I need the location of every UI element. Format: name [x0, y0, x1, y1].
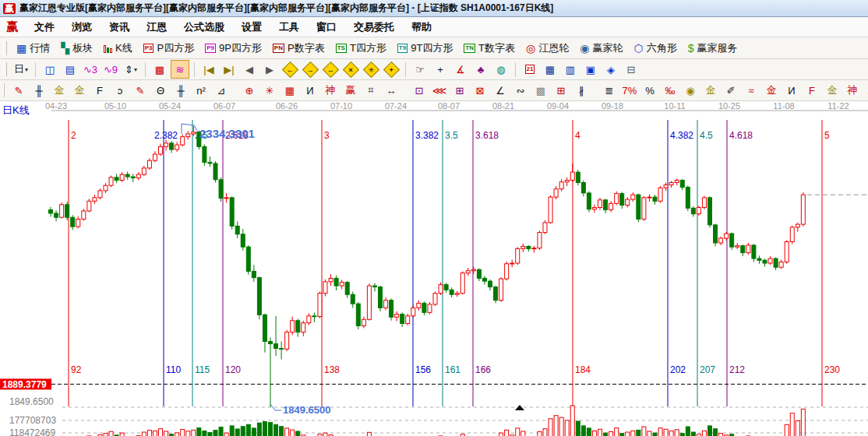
tool-step-forward[interactable]: ▶: [260, 60, 279, 79]
tool-angle-measure[interactable]: ∡: [451, 60, 470, 79]
tool-pen[interactable]: ✎: [9, 81, 28, 100]
tool-ying-ruler[interactable]: 赢: [341, 81, 360, 100]
tool-wave-red[interactable]: ≈: [742, 81, 760, 100]
tool-circle-cross[interactable]: ⊕: [240, 81, 259, 100]
tool-wave-tool[interactable]: ∾: [511, 81, 530, 100]
menu-item-trade-entrust[interactable]: 交易委托: [345, 19, 403, 36]
candle-body: [725, 234, 729, 238]
tool-shen-line[interactable]: 神: [843, 81, 862, 100]
tool-n-square[interactable]: n²: [192, 81, 210, 100]
tool-step-back[interactable]: ◀: [240, 60, 259, 79]
tool-crosshair[interactable]: +: [431, 60, 450, 79]
tool-gold-line-2[interactable]: 金: [823, 81, 842, 100]
tool-print[interactable]: ⊟: [622, 60, 640, 79]
menu-item-window[interactable]: 窗口: [308, 19, 345, 36]
tool-hexagon[interactable]: ⬡六角形: [628, 40, 682, 57]
kline-chart-canvas[interactable]: 04-2305-1005-2406-0706-2607-1007-2408-07…: [0, 101, 868, 436]
tool-ying-line[interactable]: 赢: [863, 81, 868, 100]
tool-compress[interactable]: ×: [341, 60, 360, 79]
tool-save-web[interactable]: ◈: [602, 60, 620, 79]
tool-t-number-table[interactable]: TNT数字表: [458, 40, 520, 57]
tool-spiral[interactable]: ↄ: [111, 81, 129, 100]
menu-item-browse[interactable]: 浏览: [63, 19, 101, 36]
candle-body: [87, 201, 91, 211]
tool-fan-box[interactable]: ⊞: [450, 81, 469, 100]
tool-sectors[interactable]: ▚板块: [55, 40, 98, 57]
tool-pen-ruler[interactable]: ✎: [131, 81, 150, 100]
tool-winner-service[interactable]: $赢家服务: [683, 40, 743, 57]
tool-seven-percent[interactable]: 7%: [620, 81, 639, 100]
tool-pan-hand[interactable]: ☞: [411, 60, 429, 79]
tool-grid-box[interactable]: ▦: [281, 81, 299, 100]
tool-expand-all[interactable]: ✳: [362, 60, 380, 79]
tool-levels[interactable]: ≣: [600, 81, 619, 100]
tool-gold-line[interactable]: 金: [701, 81, 720, 100]
menu-item-file[interactable]: 文件: [26, 19, 63, 36]
tool-p-number-table[interactable]: PNP数字表: [267, 40, 330, 57]
tool-expand-horizontal[interactable]: ↔: [321, 60, 340, 79]
tool-clover-tool[interactable]: ♣: [471, 60, 490, 79]
tool-kline[interactable]: K线: [98, 40, 138, 57]
tool-grid-fan[interactable]: ⊠: [471, 81, 489, 100]
tool-span-tool[interactable]: ↔: [382, 81, 400, 100]
title-bar[interactable]: 赢 赢家江恩专业版[赢家内部服务平台][赢家内部服务平台][赢家内部服务平台][…: [0, 0, 868, 17]
tool-volume-mode[interactable]: ≋: [171, 60, 189, 79]
tool-gann-wheel[interactable]: ◎江恩轮: [520, 40, 574, 57]
tool-star-burst[interactable]: ✳: [260, 81, 279, 100]
tool-knot-tool[interactable]: ◍: [492, 60, 510, 79]
tool-t-square[interactable]: TST四方形: [330, 40, 392, 57]
tool-jump-last[interactable]: ▶|: [220, 60, 238, 79]
tool-grid-123[interactable]: ⌗: [362, 81, 380, 100]
tool-pan-right[interactable]: →: [301, 60, 319, 79]
tool-pan-left[interactable]: ←: [281, 60, 299, 79]
candle-body: [714, 225, 718, 243]
tool-box-tool[interactable]: ⊡: [410, 81, 429, 100]
tool-calendar[interactable]: 21: [520, 60, 539, 79]
tool-fit-screen[interactable]: +: [382, 60, 400, 79]
tool-shen-ruler[interactable]: 神: [321, 81, 340, 100]
tool-ruler[interactable]: ╫: [30, 81, 48, 100]
menu-item-tools[interactable]: 工具: [270, 19, 308, 36]
chart-area[interactable]: 日K线 04-2305-1005-2406-0706-2607-1007-240…: [0, 101, 868, 436]
tool-9t-square[interactable]: T99T四方形: [392, 40, 459, 57]
tool-clock-circle[interactable]: Θ: [151, 81, 170, 100]
tool-n-line[interactable]: И: [782, 81, 801, 100]
tool-notes[interactable]: ▥: [561, 60, 580, 79]
tool-quotes[interactable]: ▦行情: [11, 40, 55, 57]
tool-trend-chart[interactable]: ◫: [41, 60, 59, 79]
tool-calculator[interactable]: ▦: [541, 60, 559, 79]
tool-gold-ruler[interactable]: 金: [50, 81, 69, 100]
tool-angle-tool[interactable]: ⊿: [212, 81, 231, 100]
tool-percent[interactable]: %: [640, 81, 659, 100]
tool-wave-9[interactable]: ∿9: [101, 60, 120, 79]
tool-angle-2[interactable]: ∠: [491, 81, 510, 100]
tool-save[interactable]: ▣: [581, 60, 600, 79]
tool-dot-grid[interactable]: ▩: [531, 81, 550, 100]
tool-9p-square[interactable]: P99P四方形: [199, 40, 267, 57]
tool-fan-lines[interactable]: ⋘: [430, 81, 449, 100]
menu-item-gann[interactable]: 江恩: [138, 19, 175, 36]
tool-red-grid[interactable]: ⊞: [552, 81, 570, 100]
tool-pen-2[interactable]: ✐: [722, 81, 740, 100]
tool-period-day[interactable]: 日▾: [12, 60, 30, 79]
tool-p-square[interactable]: P3P四方形: [138, 40, 199, 57]
tool-parallel-lines[interactable]: ∦: [572, 81, 591, 100]
tool-f-line[interactable]: F: [803, 81, 821, 100]
menu-item-formula-stock-pick[interactable]: 公式选股: [175, 19, 233, 36]
menu-item-help[interactable]: 帮助: [403, 19, 440, 36]
menu-item-news[interactable]: 资讯: [101, 19, 138, 36]
tool-pattern-box[interactable]: ▩: [150, 60, 169, 79]
tool-gold-red[interactable]: 金: [762, 81, 781, 100]
tool-vertical-tool[interactable]: ⇕▾: [122, 60, 140, 79]
tool-permille[interactable]: ‰: [661, 81, 679, 100]
tool-f-ruler[interactable]: F: [90, 81, 109, 100]
tool-info-panel[interactable]: ▤: [61, 60, 79, 79]
tool-winner-wheel[interactable]: ◉赢家轮: [574, 40, 628, 57]
menu-item-settings[interactable]: 设置: [233, 19, 270, 36]
tool-i-tool[interactable]: И: [301, 81, 319, 100]
tool-jump-first[interactable]: |◀: [199, 60, 218, 79]
tool-wave-3[interactable]: ∿3: [81, 60, 100, 79]
tool-ruler-2[interactable]: ╫: [171, 81, 190, 100]
tool-gold-ruler-2[interactable]: 金: [70, 81, 89, 100]
tool-gold-circle[interactable]: ◉: [681, 81, 700, 100]
